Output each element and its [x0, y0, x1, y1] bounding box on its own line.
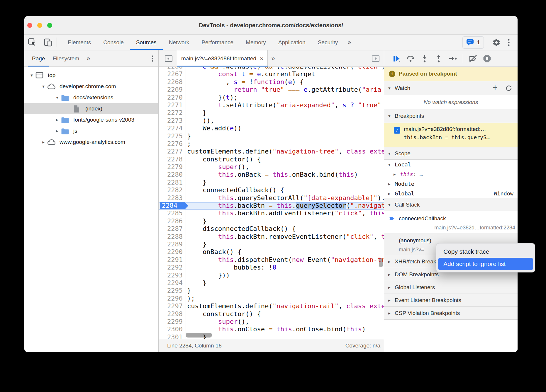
- hide-navigator-button[interactable]: [165, 55, 173, 62]
- line-number[interactable]: 2296: [159, 295, 186, 302]
- code-text[interactable]: }: [186, 333, 384, 339]
- zoom-window-button[interactable]: [47, 23, 52, 28]
- line-number[interactable]: 2283: [159, 194, 186, 202]
- code-editor[interactable]: 2266 e && !We.has(e) && (e.addEventListe…: [159, 67, 384, 339]
- code-text[interactable]: customElements.define("navigation-rail",…: [186, 302, 384, 310]
- chevron-right-icon[interactable]: ▸: [40, 139, 47, 145]
- tab-console[interactable]: Console: [97, 35, 130, 50]
- code-text[interactable]: }: [186, 279, 384, 287]
- code-text[interactable]: }: [186, 179, 384, 186]
- line-number[interactable]: 2290: [159, 248, 186, 256]
- code-text[interactable]: return "true" === e.getAttribute("aria-e…: [186, 86, 384, 93]
- code-text[interactable]: }: [186, 217, 384, 225]
- tab-application[interactable]: Application: [272, 35, 312, 50]
- code-text[interactable]: this.dispatchEvent(new Event("navigation…: [186, 256, 384, 264]
- breakpoint-entry[interactable]: ✓ main.js?v=e382d86f:formatted:… this.ba…: [384, 123, 518, 147]
- code-text[interactable]: this.backBtn.removeEventListener("click"…: [186, 233, 384, 241]
- line-number[interactable]: 2268: [159, 78, 186, 86]
- line-number[interactable]: 2285: [159, 209, 186, 217]
- line-number[interactable]: 2294: [159, 279, 186, 287]
- code-text[interactable]: }: [186, 241, 384, 248]
- scope-row-module[interactable]: ▸Module: [384, 179, 518, 189]
- context-menu-item-add-script-to-ignore-list[interactable]: Add script to ignore list: [438, 258, 533, 270]
- code-text[interactable]: disconnectedCallback() {: [186, 225, 384, 233]
- breakpoints-section-header[interactable]: ▾ Breakpoints: [384, 109, 518, 123]
- tab-elements[interactable]: Elements: [62, 35, 97, 50]
- chevron-right-icon[interactable]: ▸: [53, 128, 61, 134]
- line-number[interactable]: 2300: [159, 325, 186, 333]
- line-number[interactable]: 2301: [159, 333, 186, 339]
- line-number[interactable]: 2295: [159, 287, 186, 294]
- line-number[interactable]: 2274: [159, 125, 186, 132]
- more-editor-tabs-button[interactable]: »: [268, 55, 278, 62]
- code-text[interactable]: t.setAttribute("aria-expanded", s ? "tru…: [186, 101, 384, 109]
- code-text[interactable]: this.onClose = this.onClose.bind(this): [186, 325, 384, 333]
- more-tabs-button[interactable]: »: [344, 35, 355, 50]
- tab-performance[interactable]: Performance: [195, 35, 240, 50]
- code-text[interactable]: this.querySelectorAll("[data-expandable]…: [186, 194, 384, 202]
- code-text[interactable]: We.add(e)): [186, 125, 384, 132]
- scope-section-header[interactable]: ▾ Scope: [384, 147, 518, 160]
- code-text[interactable]: )),: [186, 117, 384, 125]
- code-text[interactable]: ;: [186, 140, 384, 148]
- device-toolbar-button[interactable]: [40, 35, 56, 50]
- main-menu-button[interactable]: [504, 38, 513, 47]
- section-header-event-listener-breakpoints[interactable]: ▸Event Listener Breakpoints: [384, 294, 518, 307]
- chevron-down-icon[interactable]: ▾: [53, 95, 61, 100]
- line-number[interactable]: 2291: [159, 256, 186, 264]
- code-text[interactable]: connectedCallback() {: [186, 186, 384, 194]
- tree-item-js[interactable]: ▸js: [24, 125, 158, 137]
- line-number[interactable]: 2277: [159, 148, 186, 155]
- line-number[interactable]: 2299: [159, 318, 186, 325]
- line-number[interactable]: 2284: [159, 202, 186, 209]
- tree-item-fonts-google-sans-v2003[interactable]: ▸fonts/google-sans-v2003: [24, 114, 158, 125]
- step-into-button[interactable]: [418, 50, 432, 67]
- call-stack-frame[interactable]: connectedCallbackmain.js?v=e382d…formatt…: [384, 211, 518, 233]
- line-number[interactable]: 2289: [159, 241, 186, 248]
- code-text[interactable]: })): [186, 272, 384, 279]
- section-header-csp-violation-breakpoints[interactable]: ▸CSP Violation Breakpoints: [384, 307, 518, 320]
- line-number[interactable]: 2270: [159, 94, 186, 101]
- tree-item-docs-extensions[interactable]: ▾docs/extensions: [24, 92, 158, 103]
- code-text[interactable]: e && !We.has(e) && (e.addEventListener("…: [186, 67, 384, 70]
- line-number[interactable]: 2273: [159, 117, 186, 125]
- tab-security[interactable]: Security: [312, 35, 344, 50]
- section-header-global-listeners[interactable]: ▸Global Listeners: [384, 281, 518, 294]
- tree-item-developer-chrome-com[interactable]: ▾developer.chrome.com: [24, 81, 158, 92]
- code-text[interactable]: }: [186, 287, 384, 294]
- inspect-element-button[interactable]: [24, 35, 40, 50]
- line-number[interactable]: 2281: [159, 179, 186, 186]
- line-number[interactable]: 2276: [159, 140, 186, 148]
- refresh-watch-icon[interactable]: [505, 85, 512, 92]
- line-number[interactable]: 2275: [159, 132, 186, 140]
- pause-on-exceptions-button[interactable]: [480, 50, 494, 67]
- line-number[interactable]: 2269: [159, 86, 186, 93]
- line-number[interactable]: 2282: [159, 186, 186, 194]
- breakpoint-checkbox[interactable]: ✓: [394, 127, 400, 134]
- line-number[interactable]: 2286: [159, 217, 186, 225]
- context-menu-item-copy-stack-trace[interactable]: Copy stack trace: [438, 246, 533, 258]
- code-text[interactable]: }: [186, 132, 384, 140]
- step-button[interactable]: [446, 50, 460, 67]
- line-number[interactable]: 2292: [159, 264, 186, 271]
- add-watch-icon[interactable]: +: [492, 83, 498, 92]
- code-text[interactable]: super(),: [186, 163, 384, 171]
- scope-row-this[interactable]: ▸this: …: [384, 169, 518, 179]
- line-number[interactable]: 2287: [159, 225, 186, 233]
- step-over-button[interactable]: [403, 50, 418, 67]
- console-messages-button[interactable]: 1: [462, 36, 484, 49]
- close-window-button[interactable]: [27, 23, 32, 28]
- code-text[interactable]: customElements.define("navigation-tree",…: [186, 148, 384, 155]
- line-number[interactable]: 2293: [159, 272, 186, 279]
- code-text[interactable]: );: [186, 295, 384, 302]
- code-text[interactable]: }: [186, 109, 384, 117]
- line-number[interactable]: 2266: [159, 67, 186, 70]
- chevron-down-icon[interactable]: ▾: [28, 73, 35, 78]
- show-debugger-button[interactable]: [372, 55, 384, 62]
- line-number[interactable]: 2298: [159, 310, 186, 318]
- code-text[interactable]: const t = e.currentTarget: [186, 70, 384, 78]
- tree-item--index-[interactable]: (index): [24, 103, 158, 114]
- close-tab-icon[interactable]: ×: [260, 55, 263, 62]
- settings-button[interactable]: [489, 38, 504, 47]
- tree-item-www-google-analytics-com[interactable]: ▸www.google-analytics.com: [24, 137, 158, 148]
